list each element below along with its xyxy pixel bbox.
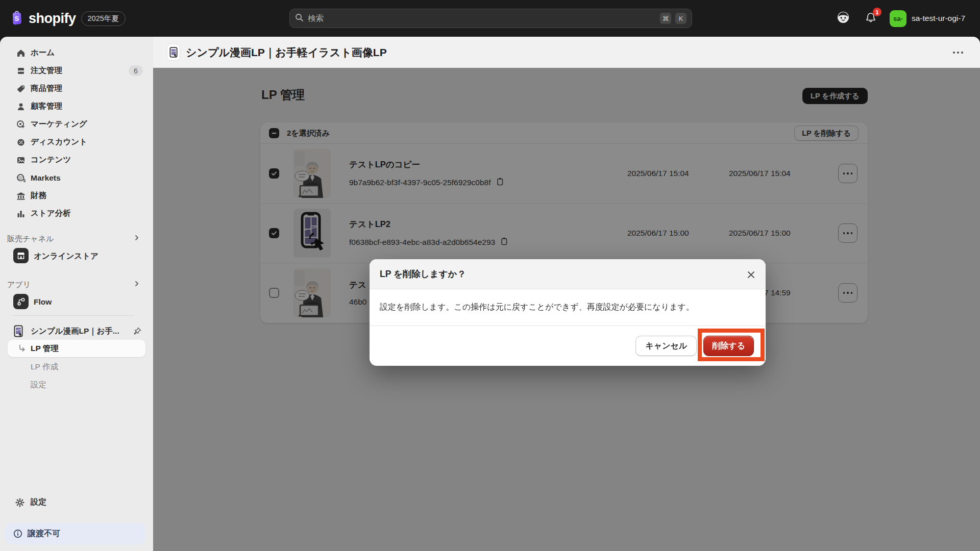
search-icon — [295, 13, 304, 24]
app-header-menu-button[interactable] — [950, 48, 966, 57]
app-title: シンプル漫画LP｜お手軽イラスト画像LP — [186, 45, 387, 60]
svg-text:$: $ — [23, 178, 26, 182]
delete-confirmation-modal: LP を削除しますか？ 設定を削除します。この操作は元に戻すことができず、再度設… — [370, 259, 766, 366]
sidebar-item-online-store[interactable]: オンラインストア — [0, 247, 153, 265]
svg-text:S: S — [15, 15, 19, 22]
sidebar-item-finance[interactable]: 財務 — [0, 187, 153, 205]
orders-icon — [16, 66, 26, 76]
sidebar-item-analytics[interactable]: ストア分析 — [0, 205, 153, 222]
ellipsis-icon — [953, 52, 963, 54]
discount-icon — [16, 138, 26, 147]
section-apps[interactable]: アプリ — [7, 279, 146, 290]
version-badge: 2025年夏 — [81, 11, 126, 26]
modal-message: 設定を削除します。この操作は元に戻すことができず、再度設定が必要になります。 — [380, 302, 694, 313]
bar-chart-icon — [16, 209, 26, 218]
notifications-button[interactable]: 1 — [864, 11, 878, 26]
sidebar-item-discounts[interactable]: ディスカウント — [0, 133, 153, 151]
modal-body: 設定を削除します。この操作は元に戻すことができず、再度設定が必要になります。 — [370, 289, 766, 325]
global-search[interactable]: ⌘ K — [289, 9, 692, 28]
notification-count-badge: 1 — [873, 8, 881, 16]
store-name[interactable]: sa-test-ur-ogi-7 — [912, 0, 965, 37]
modal-footer: キャンセル 削除する — [370, 325, 766, 366]
sidebar-item-lp-create[interactable]: LP 作成 — [31, 362, 58, 372]
sidebar-item-pinned-app[interactable]: シンプル漫画LP｜お手... — [0, 322, 153, 340]
sidebar-item-content[interactable]: コンテンツ — [0, 151, 153, 169]
home-icon — [16, 48, 26, 58]
command-key: ⌘ — [660, 13, 671, 24]
transfer-disabled-notice: 譲渡不可 — [5, 523, 145, 544]
sidebar-item-orders[interactable]: 注文管理 6 — [0, 62, 153, 80]
sidekick-button[interactable] — [836, 11, 850, 26]
section-sales-channels[interactable]: 販売チャネル — [7, 233, 146, 244]
avatar[interactable]: sa- — [890, 10, 906, 27]
globe-dollar-icon: $ — [16, 173, 26, 183]
shopify-logo[interactable]: S shopify 2025年夏 — [10, 0, 126, 37]
sidekick-face-icon — [837, 11, 850, 26]
orders-count-badge: 6 — [129, 65, 143, 76]
app-phone-icon — [14, 325, 23, 339]
sidebar-item-products[interactable]: 商品管理 — [0, 80, 153, 97]
modal-header: LP を削除しますか？ — [370, 259, 766, 289]
sidebar-item-customers[interactable]: 顧客管理 — [0, 97, 153, 115]
delete-confirm-button[interactable]: 削除する — [703, 336, 754, 356]
app-icon — [167, 44, 180, 60]
app-header: シンプル漫画LP｜お手軽イラスト画像LP — [153, 37, 980, 68]
sidebar-item-marketing[interactable]: マーケティング — [0, 115, 153, 133]
sidebar-item-app-settings[interactable]: 設定 — [31, 380, 46, 390]
sidebar-item-lp-management[interactable]: LP 管理 — [8, 340, 145, 357]
k-key: K — [675, 13, 687, 24]
chevron-right-icon — [133, 280, 141, 290]
gear-icon — [15, 498, 24, 507]
sidebar: ホーム 注文管理 6 商品管理 顧客管理 マーケティング ディスカウント コンテ… — [0, 37, 153, 551]
shopify-bag-icon: S — [10, 10, 23, 27]
sidebar-item-flow[interactable]: Flow — [0, 293, 153, 311]
target-cursor-icon — [16, 120, 26, 129]
sidebar-item-markets[interactable]: $ Markets — [0, 169, 153, 187]
topbar: S shopify 2025年夏 ⌘ K 1 — [0, 0, 980, 37]
shopify-wordmark: shopify — [29, 11, 76, 27]
flow-icon — [13, 294, 29, 309]
tag-icon — [16, 84, 26, 93]
chevron-right-icon — [133, 234, 141, 244]
sidebar-item-settings[interactable]: 設定 — [0, 493, 153, 511]
close-icon[interactable] — [744, 268, 757, 281]
image-icon — [16, 156, 26, 165]
cancel-button[interactable]: キャンセル — [635, 336, 697, 356]
modal-title: LP を削除しますか？ — [380, 268, 466, 280]
info-icon — [13, 529, 22, 540]
sidebar-item-home[interactable]: ホーム — [0, 44, 153, 62]
search-input[interactable] — [308, 14, 656, 23]
bank-icon — [16, 191, 26, 201]
sub-arrow-icon — [18, 344, 26, 355]
person-icon — [16, 102, 26, 111]
pin-icon[interactable] — [133, 327, 141, 337]
storefront-icon — [13, 248, 29, 263]
sidebar-divider — [13, 315, 134, 316]
